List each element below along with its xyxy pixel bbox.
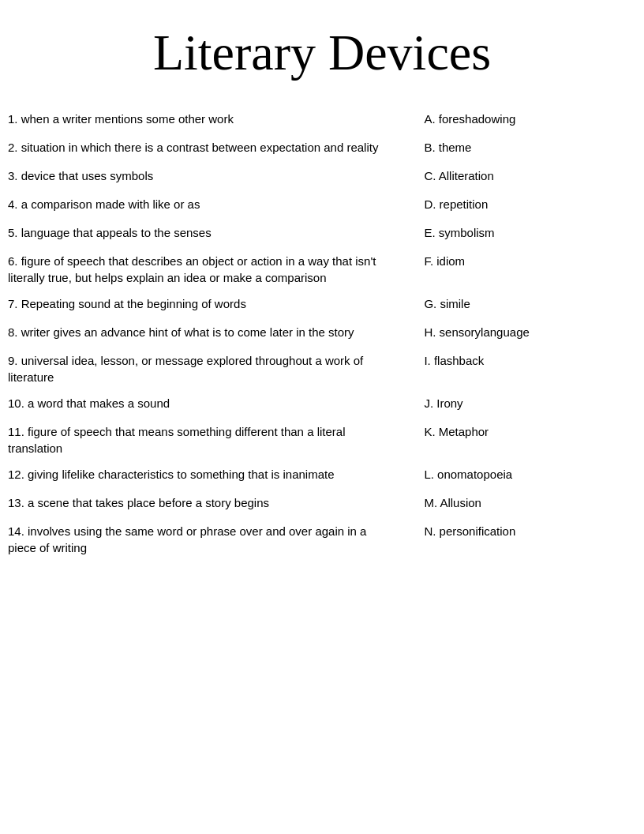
term-label: B. theme: [416, 139, 636, 156]
matching-container: 1. when a writer mentions some other wor…: [8, 106, 636, 561]
definition-text: 5. language that appeals to the senses: [8, 224, 398, 241]
definition-text: 10. a word that makes a sound: [8, 395, 398, 411]
page-title: Literary Devices: [8, 16, 636, 82]
definition-text: 12. giving lifelike characteristics to s…: [8, 466, 398, 483]
matching-row: 13. a scene that takes place before a st…: [8, 490, 636, 518]
term-label: D. repetition: [416, 196, 636, 212]
term-label: L. onomatopoeia: [416, 466, 636, 483]
matching-row: 7. Repeating sound at the beginning of w…: [8, 291, 636, 319]
matching-row: 4. a comparison made with like or asD. r…: [8, 191, 636, 220]
definition-text: 13. a scene that takes place before a st…: [8, 494, 398, 511]
matching-row: 12. giving lifelike characteristics to s…: [8, 461, 636, 490]
definition-text: 2. situation in which there is a contras…: [8, 139, 398, 156]
matching-row: 9. universal idea, lesson, or message ex…: [8, 348, 636, 390]
term-label: M. Allusion: [416, 494, 636, 511]
matching-row: 3. device that uses symbolsC. Alliterati…: [8, 163, 636, 191]
term-label: H. sensorylanguage: [416, 324, 636, 340]
definition-text: 11. figure of speech that means somethin…: [8, 423, 398, 456]
definition-text: 14. involves using the same word or phra…: [8, 523, 398, 556]
matching-row: 11. figure of speech that means somethin…: [8, 419, 636, 461]
matching-row: 14. involves using the same word or phra…: [8, 518, 636, 561]
definition-text: 1. when a writer mentions some other wor…: [8, 111, 398, 127]
term-label: C. Alliteration: [416, 167, 636, 184]
term-label: E. symbolism: [416, 224, 636, 241]
term-label: A. foreshadowing: [416, 111, 636, 127]
definition-text: 6. figure of speech that describes an ob…: [8, 253, 398, 286]
definition-text: 8. writer gives an advance hint of what …: [8, 324, 398, 340]
matching-row: 1. when a writer mentions some other wor…: [8, 106, 636, 134]
matching-row: 8. writer gives an advance hint of what …: [8, 319, 636, 348]
definition-text: 7. Repeating sound at the beginning of w…: [8, 295, 398, 312]
matching-row: 5. language that appeals to the sensesE.…: [8, 220, 636, 248]
term-label: K. Metaphor: [416, 423, 636, 440]
term-label: F. idiom: [416, 253, 636, 269]
term-label: N. personification: [416, 523, 636, 539]
definition-text: 9. universal idea, lesson, or message ex…: [8, 352, 398, 385]
matching-row: 2. situation in which there is a contras…: [8, 134, 636, 163]
matching-row: 6. figure of speech that describes an ob…: [8, 248, 636, 291]
definition-text: 4. a comparison made with like or as: [8, 196, 398, 212]
term-label: I. flashback: [416, 352, 636, 369]
term-label: J. Irony: [416, 395, 636, 411]
term-label: G. simile: [416, 295, 636, 312]
definition-text: 3. device that uses symbols: [8, 167, 398, 184]
matching-row: 10. a word that makes a soundJ. Irony: [8, 390, 636, 419]
